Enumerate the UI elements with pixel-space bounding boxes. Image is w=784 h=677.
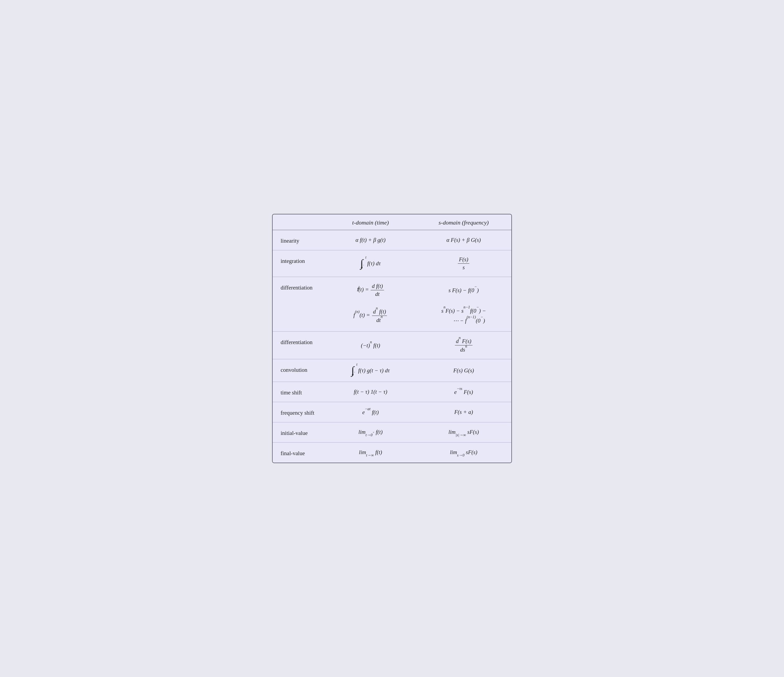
row-time-shift: time shift f(t − τ) 1(t − τ) e−τs F(s) bbox=[272, 382, 512, 402]
col-header-t-domain: t-domain (time) bbox=[325, 214, 416, 230]
s-integration: F(s) s bbox=[416, 250, 512, 277]
label-time-shift: time shift bbox=[272, 382, 325, 402]
s-initial-value: lim|s|→∞ sF(s) bbox=[416, 422, 512, 443]
col-header-property bbox=[272, 214, 325, 230]
row-final-value: final-value limt→∞ f(t) lims→0 sF(s) bbox=[272, 443, 512, 463]
col-header-s-domain: s-domain (frequency) bbox=[416, 214, 512, 230]
label-linearity: linearity bbox=[272, 230, 325, 250]
t-convolution: ∫ t 0− f(τ) g(t − τ) dτ bbox=[325, 359, 416, 382]
s-frequency-shift: F(s + a) bbox=[416, 402, 512, 422]
row-differentiation-s: differentiation (−t)n f(t) dn F(s) dsn bbox=[272, 332, 512, 359]
label-differentiation-s: differentiation bbox=[272, 332, 325, 359]
s-differentiation-2: snF(s) − sn−1f(0−) − ⋯ − f(n−1)(0−) bbox=[416, 300, 512, 332]
s-final-value: lims→0 sF(s) bbox=[416, 443, 512, 463]
label-initial-value: initial-value bbox=[272, 422, 325, 443]
row-differentiation-1: differentiation ḟ(t) = d f(t) dt s F(s) … bbox=[272, 277, 512, 300]
t-time-shift: f(t − τ) 1(t − τ) bbox=[325, 382, 416, 402]
label-final-value: final-value bbox=[272, 443, 325, 463]
t-differentiation-s: (−t)n f(t) bbox=[325, 332, 416, 359]
s-differentiation-s: dn F(s) dsn bbox=[416, 332, 512, 359]
t-linearity: α f(t) + β g(t) bbox=[325, 230, 416, 250]
t-frequency-shift: e−at f(t) bbox=[325, 402, 416, 422]
label-integration: integration bbox=[272, 250, 325, 277]
s-differentiation-1: s F(s) − f(0−) bbox=[416, 277, 512, 300]
row-differentiation-2: f(n)(t) = dn f(t) dtn snF(s) − sn−1f(0−)… bbox=[272, 300, 512, 332]
laplace-table: t-domain (time) s-domain (frequency) lin… bbox=[272, 214, 512, 463]
t-integration: ∫ t 0− f(τ) dτ bbox=[325, 250, 416, 277]
label-differentiation: differentiation bbox=[272, 277, 325, 300]
t-initial-value: limt→0+ f(t) bbox=[325, 422, 416, 443]
t-differentiation-1: ḟ(t) = d f(t) dt bbox=[325, 277, 416, 300]
t-final-value: limt→∞ f(t) bbox=[325, 443, 416, 463]
row-initial-value: initial-value limt→0+ f(t) lim|s|→∞ sF(s… bbox=[272, 422, 512, 443]
row-linearity: linearity α f(t) + β g(t) α F(s) + β G(s… bbox=[272, 230, 512, 250]
row-frequency-shift: frequency shift e−at f(t) F(s + a) bbox=[272, 402, 512, 422]
s-convolution: F(s) G(s) bbox=[416, 359, 512, 382]
row-integration: integration ∫ t 0− f(τ) dτ bbox=[272, 250, 512, 277]
label-differentiation-2 bbox=[272, 300, 325, 332]
row-convolution: convolution ∫ t 0− f(τ) g(t − τ) dτ bbox=[272, 359, 512, 382]
s-linearity: α F(s) + β G(s) bbox=[416, 230, 512, 250]
s-time-shift: e−τs F(s) bbox=[416, 382, 512, 402]
label-frequency-shift: frequency shift bbox=[272, 402, 325, 422]
label-convolution: convolution bbox=[272, 359, 325, 382]
t-differentiation-2: f(n)(t) = dn f(t) dtn bbox=[325, 300, 416, 332]
